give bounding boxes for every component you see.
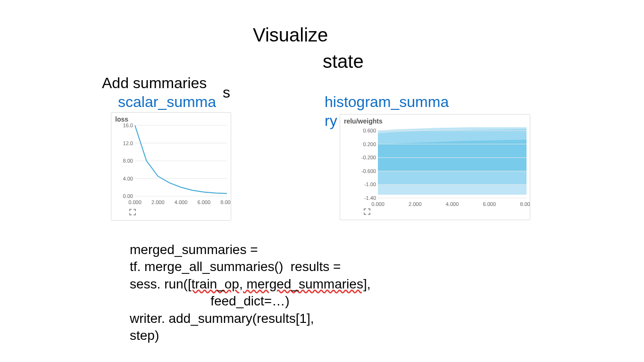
expand-icon[interactable]: [364, 208, 370, 215]
y-tick: -1.40: [364, 195, 376, 201]
x-tick: 8.000: [520, 201, 530, 207]
histogram-chart: 0.600 0.200 -0.200 -0.600 -1.00 -1.40 0.…: [340, 125, 530, 210]
code-line: step): [130, 328, 159, 343]
slide: Visualize state Add summaries s scalar_s…: [0, 0, 644, 362]
x-tick: 2.000: [409, 201, 422, 207]
code-line: tf. merge_all_summaries() results =: [130, 259, 341, 274]
x-tick: 8.000: [220, 199, 231, 205]
chart-card-histogram: relu/weights 0.600 0: [340, 114, 530, 220]
page-title-line2: state: [323, 51, 364, 72]
label-histogram-summary-2: ry: [325, 112, 337, 130]
expand-icon[interactable]: [129, 209, 136, 215]
subtitle-add: Add summaries: [102, 74, 207, 92]
y-tick: 0.200: [363, 141, 376, 147]
x-tick: 2.000: [151, 199, 165, 205]
y-tick: -1.00: [364, 181, 376, 187]
y-tick: 12.0: [123, 140, 133, 146]
y-tick: -0.600: [361, 168, 376, 174]
code-snippet: merged_summaries = tf. merge_all_summari…: [130, 241, 370, 344]
x-tick: 0.000: [128, 199, 142, 205]
code-line: feed_dict=…): [130, 294, 289, 308]
loss-chart: 16.0 12.0 8.00 4.00 0.00 0.000 2.000 4.0…: [111, 123, 231, 208]
label-histogram-summary-1: histogram_summa: [325, 93, 449, 111]
chart-title-histogram: relu/weights: [344, 117, 383, 125]
x-tick: 0.000: [371, 201, 385, 207]
y-tick: 0.600: [363, 128, 376, 133]
label-scalar-summary: scalar_summa: [118, 93, 216, 111]
chart-card-loss: loss 16.0 12.0 8.00 4.00 0.00: [111, 112, 231, 221]
y-tick: 16.0: [123, 123, 133, 128]
loss-line: [135, 125, 227, 193]
code-line: merged_summaries =: [130, 242, 258, 257]
y-tick: 0.00: [123, 193, 133, 199]
page-title-line1: Visualize: [253, 25, 328, 46]
x-tick: 6.000: [198, 199, 211, 205]
code-line: sess. run([train_op, merged_summaries],: [130, 277, 370, 291]
code-line: writer. add_summary(results[1],: [130, 311, 314, 326]
y-tick: 8.00: [123, 158, 133, 164]
y-tick: -0.200: [361, 155, 376, 160]
subtitle-s: s: [223, 84, 230, 101]
y-tick: 4.00: [123, 176, 133, 181]
x-tick: 4.000: [175, 199, 188, 205]
chart-title-loss: loss: [115, 115, 128, 123]
x-tick: 6.000: [483, 201, 496, 207]
x-tick: 4.000: [446, 201, 459, 207]
